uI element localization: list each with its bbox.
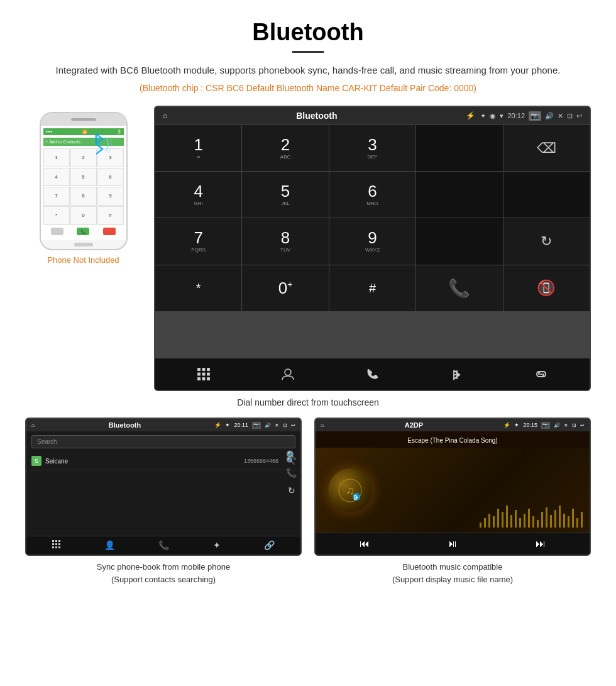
phone-key-1[interactable]: 1	[43, 148, 70, 167]
specs-line: (Bluetooth chip : CSR BC6 Default Blueto…	[25, 83, 591, 93]
pb-contact-initial: S	[31, 456, 41, 466]
home-icon[interactable]: ⌂	[163, 111, 167, 120]
pb-contact-phone: 13566664466	[244, 458, 278, 464]
phone-key-6[interactable]: 6	[97, 168, 124, 187]
pb-caption: Sync phone-book from mobile phone(Suppor…	[97, 561, 230, 585]
pb-nav-phone[interactable]: 📞	[158, 540, 169, 551]
nav-contacts-btn[interactable]	[275, 365, 300, 384]
next-track-btn[interactable]: ⏭	[536, 538, 546, 550]
pb-home-icon[interactable]: ⌂	[31, 422, 35, 428]
eq-bar	[524, 514, 525, 528]
svg-rect-6	[207, 373, 210, 376]
pb-win-icon[interactable]: ⊡	[283, 423, 287, 428]
pb-back-icon[interactable]: ↩	[291, 423, 295, 428]
volume-icon[interactable]: 🔊	[545, 112, 554, 120]
car-status-bar: ⌂ Bluetooth ⚡ ✦ ◉ ▾ 20:12 📷 🔊 ✕ ⊡ ↩	[155, 107, 590, 125]
nav-phone-btn[interactable]	[360, 365, 385, 384]
music-home-icon[interactable]: ⌂	[321, 422, 324, 428]
window-icon[interactable]: ⊡	[567, 112, 573, 120]
dial-key-4[interactable]: 4 GHI	[155, 172, 241, 218]
pb-side-icons: 🔍 📞 ↻	[286, 450, 297, 495]
svg-rect-16	[58, 540, 60, 542]
dial-key-5[interactable]: 5 JKL	[242, 172, 328, 218]
music-close-icon[interactable]: ✕	[564, 423, 568, 428]
dial-key-2[interactable]: 2 ABC	[242, 125, 328, 171]
pb-side-refresh-icon[interactable]: ↻	[288, 485, 295, 495]
dial-key-backspace[interactable]: ⌫	[503, 125, 590, 171]
main-caption: Dial number direct from touchscreen	[25, 397, 591, 407]
svg-point-10	[285, 369, 291, 375]
pb-close-icon[interactable]: ✕	[275, 423, 279, 428]
phone-key-hash[interactable]: #	[97, 206, 124, 225]
nav-bluetooth-btn[interactable]	[444, 365, 470, 384]
dial-key-8[interactable]: 8 TUV	[242, 218, 328, 264]
page-description: Integrated with BC6 Bluetooth module, su…	[25, 63, 591, 78]
music-vol-icon[interactable]: 🔊	[554, 423, 560, 428]
back-icon[interactable]: ↩	[576, 112, 582, 120]
music-usb-icon: ⚡	[503, 422, 510, 428]
car-screen-title: Bluetooth	[172, 111, 461, 121]
phone-end-btn[interactable]	[51, 228, 63, 235]
phone-key-8[interactable]: 8	[70, 187, 97, 206]
phone-key-7[interactable]: 7	[43, 187, 70, 206]
nav-keypad-btn[interactable]	[191, 365, 216, 384]
dial-key-call-red[interactable]: 📵	[503, 265, 590, 311]
phone-key-star[interactable]: *	[43, 206, 70, 225]
title-divider	[292, 51, 324, 53]
dial-key-3[interactable]: 3 DEF	[329, 125, 415, 171]
svg-rect-17	[52, 543, 54, 545]
dial-key-1[interactable]: 1 ∞	[155, 125, 241, 171]
phone-home-button[interactable]	[74, 243, 93, 246]
eq-bar	[572, 509, 574, 528]
pb-vol-icon[interactable]: 🔊	[265, 423, 271, 428]
pb-nav-bar: 👤 📞 ✦ 🔗	[26, 536, 300, 555]
music-screenshot: ⌂ A2DP ⚡ ✦ 20:15 📷 🔊 ✕ ⊡ ↩ Escape (The P…	[314, 418, 591, 585]
bt-status-icon: ✦	[480, 112, 486, 120]
phone-key-4[interactable]: 4	[43, 168, 70, 187]
music-back-icon[interactable]: ↩	[580, 423, 585, 428]
pb-nav-bt[interactable]: ✦	[213, 540, 221, 551]
music-camera-icon[interactable]: 📷	[541, 422, 550, 429]
pb-search-bar[interactable]: Search	[31, 435, 295, 448]
dial-key-0[interactable]: 0+	[242, 265, 328, 311]
dial-key-star[interactable]: *	[155, 265, 241, 311]
eq-bar	[528, 509, 530, 528]
music-song-title: Escape (The Pina Colada Song)	[407, 437, 497, 444]
pb-side-search-icon[interactable]: 🔍	[286, 450, 297, 460]
contacts-icon	[281, 367, 295, 381]
dial-key-redial[interactable]: ↻	[503, 218, 590, 264]
music-album-art: ♫	[328, 468, 372, 512]
dial-key-7[interactable]: 7 PQRS	[155, 218, 241, 264]
phone-decline-btn[interactable]	[103, 228, 116, 235]
prev-track-btn[interactable]: ⏮	[360, 538, 370, 550]
bluetooth-signal-icon	[84, 128, 115, 159]
close-icon[interactable]: ✕	[558, 112, 563, 120]
nav-link-btn[interactable]	[529, 365, 554, 384]
phone-key-0[interactable]: 0	[70, 206, 97, 225]
eq-bar	[546, 507, 547, 528]
pb-nav-keypad[interactable]	[52, 540, 61, 551]
dial-key-9[interactable]: 9 WXYZ	[329, 218, 415, 264]
dial-key-hash[interactable]: #	[329, 265, 415, 311]
pb-nav-link[interactable]: 🔗	[264, 540, 275, 551]
phone-key-9[interactable]: 9	[97, 187, 124, 206]
eq-bar	[581, 512, 583, 528]
svg-rect-20	[52, 546, 54, 548]
eq-bar	[559, 506, 561, 528]
svg-rect-18	[55, 543, 57, 545]
dial-key-6[interactable]: 6 MNO	[329, 172, 415, 218]
music-win-icon[interactable]: ⊡	[572, 423, 576, 428]
dial-key-empty-r2c5	[503, 172, 590, 218]
dial-key-call-green[interactable]: 📞	[416, 265, 502, 311]
phone-call-btn[interactable]: 📞	[77, 228, 89, 235]
pb-nav-contacts[interactable]: 👤	[104, 540, 115, 551]
eq-bar	[506, 506, 508, 528]
phone-key-5[interactable]: 5	[70, 168, 97, 187]
camera-icon[interactable]: 📷	[529, 111, 541, 121]
pb-status-bar: ⌂ Bluetooth ⚡ ✦ 20:11 📷 🔊 ✕ ⊡ ↩	[26, 419, 300, 431]
pb-side-phone-icon[interactable]: 📞	[286, 468, 297, 478]
eq-bar	[497, 509, 499, 528]
play-pause-btn[interactable]: ⏯	[448, 538, 458, 550]
time-display: 20:12	[507, 112, 525, 119]
pb-camera-icon[interactable]: 📷	[252, 422, 261, 429]
